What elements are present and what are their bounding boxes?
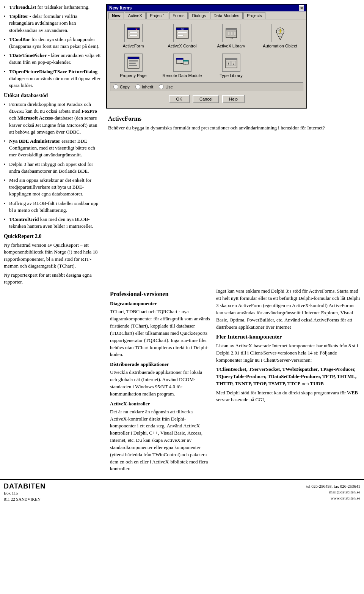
col-middle-bottom: Professional-versionen Diagramkomponente… [110,288,210,474]
icon-activexcontrol[interactable]: AX ActiveX Control [159,22,206,50]
col-right-bottom: Inget kan vara enklare med Delphi 3:s st… [216,288,360,474]
diagram-text: TChart, TDBChart och TQRChart - nya diag… [110,308,210,358]
list-item: Delphi 3 har ett inbyggt och öppet stöd … [4,161,102,175]
propertypage-svg [126,55,141,70]
bullet-list: TThreadList för trådsäker listhantering.… [4,4,102,89]
svg-rect-8 [178,32,187,33]
closing-text: Med Delphi stöd för Internet kan du dire… [216,389,360,404]
svg-rect-19 [278,34,282,36]
remotedatamodule-svg [175,55,190,70]
footer-left: DATABITEN Box 115 811 22 SANDVIKEN [4,482,46,502]
svg-rect-28 [176,58,183,60]
diagram-subheading: Diagramkomponenter [110,301,210,307]
activeforms-text1: Behöver du bygga in dynamiska formulär m… [108,124,360,132]
dialog-radio-row: Copy Inherit Use [110,82,303,91]
radio-input-copy[interactable] [113,84,118,89]
distributed-text: Utveckla distribuerade applikationer för… [110,369,210,397]
svg-rect-1 [127,28,140,30]
svg-text:T: T [228,62,229,65]
tab-activex[interactable]: ActiveX [125,12,146,19]
dialog-close-button[interactable]: ✕ [299,5,304,11]
list-item: Med sin öppna arkitektur är det enkelt f… [4,177,102,198]
list-item: TControlGrid kan med den nya BLOB-teknik… [4,216,102,230]
radio-input-use[interactable] [159,84,164,89]
help-button[interactable]: Help [222,95,245,103]
list-item: Förutom direktkoppling mot Paradox och d… [4,101,102,136]
tab-new[interactable]: New [108,12,124,19]
footer-address-line2: 811 22 SANDVIKEN [4,497,41,501]
svg-rect-3 [130,35,137,36]
svg-rect-9 [178,35,183,36]
activeforms-top-section: ActiveForms Behöver du bygga in dynamisk… [106,112,360,134]
dialog-titlebar: New Items ✕ [107,5,306,11]
list-item: TThreadList för trådsäker listhantering. [4,4,102,11]
page-wrapper: TThreadList för trådsäker listhantering.… [0,0,364,504]
item-bold: TDateTimePicker [9,52,47,58]
footer-contact-line1: tel 026-256493, fax 026-253641 [306,484,360,488]
ok-button[interactable]: OK [169,95,190,103]
svg-rect-15 [234,32,236,35]
item-bold: TThreadList [9,4,36,10]
dialog-tabs: New ActiveX Project1 Forms Dialogs Data … [107,11,306,19]
icon-box-activexcontrol: AX [173,24,191,42]
icon-label-automationobject: Automation Object [263,44,297,48]
footer-address: Box 115 811 22 SANDVIKEN [4,490,46,502]
internet-heading: Fler Internet-komponenter [216,334,360,340]
icon-label-activexlibrary: ActiveX Library [217,44,245,48]
list-item: TOpenPictureDialog/TSave PictureDialog -… [4,68,102,89]
radio-copy[interactable]: Copy [113,84,130,89]
list-item: Nya BDE Administrator ersätter BDE Confi… [4,138,102,159]
icon-remotedatamodule[interactable]: Remote Data Module [159,52,206,79]
icon-box-remotedatamodule [173,54,191,72]
icon-typelibrary[interactable]: T L Type Library [208,52,254,79]
icon-propertypage[interactable]: Property Page [110,52,157,79]
svg-marker-18 [278,36,282,40]
cancel-button[interactable]: Cancel [193,95,219,103]
icon-automationobject[interactable]: Automation Object [257,22,303,50]
right-section: New Items ✕ New ActiveX Project1 Forms D… [106,4,360,288]
quickreport-text2: Ny rapportexpert för att snabbt designa … [4,272,102,285]
item-bold: TCoolBar [9,36,30,42]
activeform-svg [126,25,141,41]
icon-box-activeform [124,24,143,42]
svg-text:AX: AX [181,28,184,30]
icon-box-activexlibrary: LIB [222,24,240,42]
footer-contact-line3: www.databiten.se [331,496,360,500]
footer-contact-line2: mail@databiten.se [329,490,360,494]
dialog-body: ActiveForm AX [107,19,306,108]
distributed-subheading: Distribuerade applikationer [110,361,210,367]
radio-input-inherit[interactable] [135,84,140,89]
icon-activexlibrary[interactable]: LIB ActiveX Library [208,22,254,50]
tab-projects[interactable]: Projects [243,12,265,19]
svg-rect-14 [231,32,233,35]
svg-rect-23 [128,57,139,59]
item-bold: TOpenPictureDialog/TSave PictureDialog [9,69,97,74]
list-item: TDateTimePicker - låter användaren välja… [4,52,102,66]
radio-inherit[interactable]: Inherit [135,84,154,89]
radio-label-copy: Copy [120,85,130,89]
svg-rect-24 [129,60,138,61]
radio-label-inherit: Inherit [142,85,154,89]
svg-text:L: L [232,62,234,65]
activexlibrary-svg: LIB [224,25,239,41]
radio-label-use: Use [165,85,173,89]
radio-use[interactable]: Use [159,84,173,89]
svg-rect-30 [183,60,188,61]
footer-address-line1: Box 115 [4,491,18,495]
tab-forms[interactable]: Forms [169,12,188,19]
icon-label-typelibrary: Type Library [220,73,243,78]
list-item: Buffring av BLOB-fält i tabeller snabbar… [4,200,102,214]
dialog-buttons: OK Cancel Help [110,93,303,105]
tab-dialogs[interactable]: Dialogs [188,12,209,19]
footer-logo: DATABITEN [4,482,46,490]
left-column: TThreadList för trådsäker listhantering.… [4,4,106,288]
icon-activeform[interactable]: ActiveForm [110,22,157,50]
automationobject-svg [273,25,288,41]
icon-box-automationobject [271,24,289,42]
icons-grid: ActiveForm AX [110,22,303,79]
components-text: TClientSocket, TServerSocket, TWebDispat… [216,366,360,388]
tab-project1[interactable]: Project1 [146,12,168,19]
tab-datamodules[interactable]: Data Modules [210,12,243,19]
bottom-three-col: Professional-versionen Diagramkomponente… [0,288,364,474]
icon-box-propertypage [124,54,143,72]
